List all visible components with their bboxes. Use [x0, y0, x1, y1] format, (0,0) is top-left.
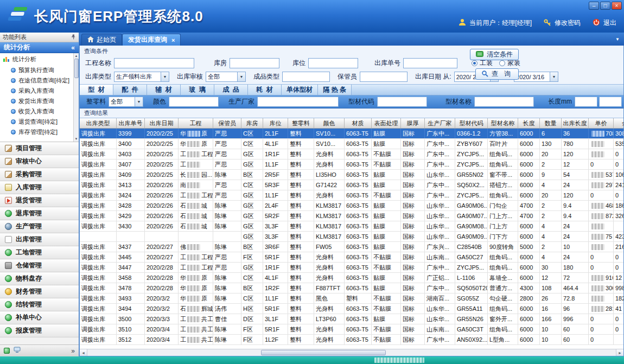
clear-conditions-button[interactable]: 清空条件	[470, 49, 519, 60]
hscroll-thumb[interactable]	[261, 350, 386, 355]
material-tab[interactable]: 型 材	[80, 85, 113, 95]
collapse-icon[interactable]: «	[71, 44, 75, 52]
sidebar-item-仓储管理[interactable]: 仓储管理	[0, 259, 79, 272]
tree-item[interactable]: 预算执行查询	[3, 65, 72, 75]
warehouse-input[interactable]	[230, 58, 279, 68]
manufacturer-input[interactable]	[257, 97, 339, 107]
column-header[interactable]: 型材代码	[455, 118, 488, 128]
tree-item[interactable]: 在途信息查询[待定]	[3, 75, 72, 86]
out-type-select[interactable]: 生产领料出库 ▼	[114, 72, 169, 82]
scroll-up-icon[interactable]: ▲	[75, 53, 78, 59]
maximize-button[interactable]: □	[600, 2, 610, 10]
column-header[interactable]: 出库单号	[117, 118, 145, 128]
table-row[interactable]: 调拨出库34472020/2/28工工程严思G区1R1F整料光身料6063-T5…	[80, 263, 623, 273]
profile-code-input[interactable]	[377, 97, 427, 107]
sidebar-item-报废管理[interactable]: 报废管理	[0, 324, 79, 337]
length-min-input[interactable]	[575, 97, 597, 107]
green-module-icon[interactable]	[4, 348, 10, 354]
product-type-input[interactable]	[282, 72, 330, 82]
table-row[interactable]: 调拨出库34942020/3/2石辉城汤伟H区5R1F整料光身料6063-T5不…	[80, 304, 623, 314]
column-header[interactable]: 膜厚	[401, 118, 425, 128]
logout-link[interactable]: 退出	[603, 18, 616, 28]
tab-list-caret-icon[interactable]: ▼	[615, 37, 620, 42]
column-header[interactable]: 长度	[518, 118, 540, 128]
column-header[interactable]: 库房	[241, 118, 263, 128]
material-tab[interactable]: 玻 璃	[181, 85, 214, 95]
sidebar-item-项目管理[interactable]: 项目管理	[0, 142, 79, 155]
tree-item[interactable]: 发货出库查询	[3, 96, 72, 106]
sidebar-item-采购管理[interactable]: 采购管理	[0, 168, 79, 181]
scroll-right-icon[interactable]: ►	[616, 349, 623, 356]
column-header[interactable]: 材质	[345, 118, 372, 128]
sidebar-item-结转管理[interactable]: 结转管理	[0, 298, 79, 311]
expand-icon[interactable]: »	[71, 347, 75, 355]
scroll-left-icon[interactable]: ◄	[80, 349, 87, 356]
location-input[interactable]	[308, 58, 358, 68]
minimize-button[interactable]: –	[589, 2, 599, 10]
column-header[interactable]: 颜色	[314, 118, 345, 128]
table-row[interactable]: 调拨出库34002020/2/25华原严思C区4L1F整料SV10...6063…	[80, 139, 623, 149]
table-row[interactable]: 调拨出库34782020/2/28华原陈琳B区1R2F整料F887TFT6063…	[80, 283, 623, 293]
monitor-icon[interactable]	[14, 347, 21, 355]
keeper-input[interactable]	[360, 72, 407, 82]
tree-item[interactable]: 收货入库查询	[3, 106, 72, 117]
table-row[interactable]: 调拨出库34072020/2/25工严思G区1L1F整料光身料6063-T5不贴…	[80, 159, 623, 170]
close-button[interactable]: ×	[612, 2, 622, 10]
sidebar-item-出库管理[interactable]: 出库管理	[0, 233, 79, 246]
table-row[interactable]: 调拨出库34302020/2/26石城陈琳G区3L3F整料KLM38176063…	[80, 221, 623, 232]
column-header[interactable]: 出库日期	[145, 118, 179, 128]
material-tab[interactable]: 耗 材	[248, 85, 282, 95]
project-name-input[interactable]	[114, 58, 194, 68]
sidebar-item-工地管理[interactable]: 工地管理	[0, 246, 79, 259]
tree-item[interactable]: 退货查询[待定]	[3, 117, 72, 127]
column-header[interactable]: 表面处理	[372, 118, 401, 128]
column-header[interactable]: 单价	[589, 118, 614, 128]
tab-shipping-out-query[interactable]: 发货出库查询 ×	[122, 34, 181, 46]
table-row[interactable]: 调拨出库35102020/3/4工共工程陈琳F区5R1F整料光身料6063-T5…	[80, 324, 623, 335]
horizontal-scrollbar[interactable]: ◄ ►	[80, 349, 623, 356]
color-input[interactable]	[169, 97, 219, 107]
column-header[interactable]: 出库类型	[80, 118, 117, 128]
column-header[interactable]: 工程	[179, 118, 213, 128]
column-header[interactable]: 出库长度	[562, 118, 589, 128]
table-row[interactable]: 调拨出库34932020/3/2华原陈琳C区1L1F整料黑色塑料不贴膜国标湖南百…	[80, 293, 623, 304]
pin-icon[interactable]	[71, 34, 76, 41]
column-header[interactable]: 数量	[540, 118, 562, 128]
material-tab[interactable]: 成 品	[214, 85, 248, 95]
table-row[interactable]: 调拨出库34372020/2/27佛陈琳B区3R6F整料FW056063-T5贴…	[80, 242, 623, 252]
tree-root[interactable]: 统计分析	[3, 55, 72, 63]
tree-item[interactable]: 库存管理[待定]	[3, 127, 72, 137]
sidebar-item-财务管理[interactable]: 财务管理	[0, 285, 79, 298]
column-header[interactable]: 生产厂家	[425, 118, 455, 128]
sidebar-item-入库管理[interactable]: 入库管理	[0, 181, 79, 194]
audit-select[interactable]: 全部 ▼	[206, 72, 246, 82]
tree-item[interactable]: 采购入库查询	[3, 86, 72, 96]
material-tab[interactable]: 辅 材	[147, 85, 181, 95]
sidebar-item-退库管理[interactable]: 退库管理	[0, 207, 79, 220]
length-max-input[interactable]	[599, 97, 622, 107]
sidebar-group-header[interactable]: 统计分析 «	[0, 42, 79, 53]
table-row[interactable]: 调拨出库34582020/2/28华原陈琳C区4L1F整料光身料6063-T5贴…	[80, 273, 623, 283]
material-tab[interactable]: 隔 热 条	[318, 85, 352, 95]
table-row[interactable]: 调拨出库34092020/2/25长园...陈琳B区2R5F整料LI35HO60…	[80, 170, 623, 180]
material-tab[interactable]: 配 件	[113, 85, 147, 95]
tree-scrollbar[interactable]: ▲ ▼	[73, 53, 79, 142]
table-row[interactable]: 调拨出库34032020/2/25工工程严思G区1R1F整料光身料6063-T5…	[80, 149, 623, 159]
whole-select[interactable]: 全部 ▼	[109, 97, 143, 107]
column-header[interactable]: 库位	[263, 118, 288, 128]
scroll-down-icon[interactable]: ▼	[75, 136, 78, 142]
table-row[interactable]: 调拨出库33992020/2/25华原严思C区2L1F整料SV10...6063…	[80, 129, 623, 139]
column-header[interactable]: 金	[614, 118, 623, 128]
table-row[interactable]: 调拨出库34132020/2/26南严思C区5R3F整料G714226063-T…	[80, 180, 623, 190]
column-header[interactable]: 整零料	[288, 118, 314, 128]
table-row[interactable]: 调拨出库35002020/3/3工共工程曹佳D区3L1F整料LT3P606063…	[80, 314, 623, 324]
search-button[interactable]: 查 询	[475, 68, 519, 80]
sidebar-item-审核中心[interactable]: 审核中心	[0, 155, 79, 168]
change-password-link[interactable]: 修改密码	[555, 18, 581, 28]
sidebar-item-物料盘存[interactable]: 物料盘存	[0, 272, 79, 285]
sidebar-item-退货管理[interactable]: 退货管理	[0, 194, 79, 207]
tab-home[interactable]: 起始页	[81, 34, 122, 46]
table-row[interactable]: 调拨出库34452020/2/27工工程严思F区5R1F整料光身料6063-T5…	[80, 252, 623, 263]
sidebar-item-生产管理[interactable]: 生产管理	[0, 220, 79, 233]
table-row[interactable]: 调拨出库34292020/2/26石城陈琳G区5R2F整料KLM38176063…	[80, 211, 623, 221]
